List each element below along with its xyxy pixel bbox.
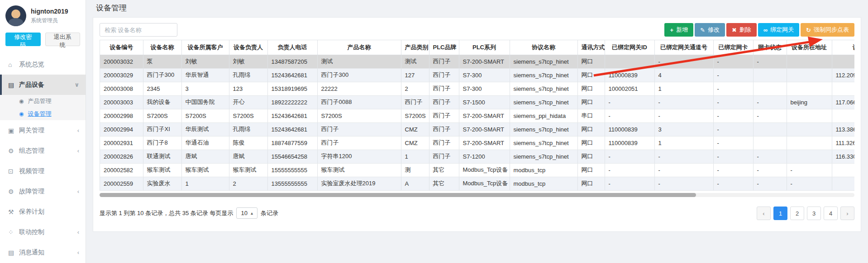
table-cell: 西门子300 [317, 68, 401, 82]
table-cell: 127 [401, 68, 429, 82]
table-cell: 200002931 [100, 136, 143, 150]
table-cell: 110000839 [605, 68, 654, 82]
sidebar-item-组态管理[interactable]: ⚙组态管理‹ [0, 141, 86, 161]
新增-button[interactable]: +新增 [664, 23, 693, 37]
button-label: 绑定网关 [770, 26, 794, 34]
table-cell: - [654, 109, 713, 122]
table-cell: 唐斌 [229, 150, 267, 163]
table-row[interactable]: 200003032泵刘敏刘敏13487587205测试测试西门子S7-200-S… [100, 55, 854, 68]
device-table-wrap: 设备编号设备名称设备所属客户设备负责人负责人电话产品名称产品类别PLC品牌PLC… [100, 40, 854, 191]
logout-button[interactable]: 退出系统 [45, 33, 81, 46]
submenu-item-label: 产品管理 [28, 97, 51, 105]
button-label: 修改 [708, 26, 720, 34]
page-size-dropdown[interactable]: 10 ▴ [236, 207, 258, 219]
gateway-icon: ▣ [8, 127, 19, 134]
table-cell: - [713, 177, 753, 190]
sidebar-item-视频管理[interactable]: ⊡视频管理 [0, 161, 86, 181]
table-cell: 200003029 [100, 68, 143, 82]
table-cell: siemens_ppi_hidata [510, 109, 577, 122]
search-input[interactable] [100, 23, 177, 37]
table-cell: 100002051 [605, 82, 654, 95]
table-row[interactable]: 200002994西门子XI华辰测试孔雨绵15243642681西门子CMZ西门… [100, 122, 854, 136]
table-cell: 200002559 [100, 177, 143, 190]
table-cell: S7200S [181, 109, 229, 122]
table-row[interactable]: 2000030082345312315318919695222222西门子S7-… [100, 82, 854, 95]
table-cell: - [713, 122, 753, 136]
table-cell: 3 [181, 82, 229, 95]
table-cell: 测试 [401, 55, 429, 68]
table-row[interactable]: 200002559实验废水1213555555555实验室废水处理2019A其它… [100, 177, 854, 190]
table-cell: 串口 [577, 109, 605, 122]
table-cell: 15243642681 [267, 122, 317, 136]
sidebar-item-label: 消息通知 [19, 249, 77, 257]
page-button-4[interactable]: 4 [824, 207, 838, 220]
table-cell: S7200S [317, 109, 401, 122]
table-cell: 西门子 [429, 95, 459, 109]
table-cell: siemens_s7tcp_hinet [510, 150, 577, 163]
绑定网关-button[interactable]: ∞绑定网关 [758, 23, 799, 37]
table-cell [753, 136, 787, 150]
删除-button[interactable]: ✖删除 [726, 23, 757, 37]
table-cell: 泵 [143, 55, 181, 68]
page-button-3[interactable]: 3 [807, 207, 821, 220]
table-cell: 3 [654, 122, 713, 136]
table-cell: modbus_tcp [510, 177, 577, 190]
sidebar-item-产品设备[interactable]: ▤产品设备∨ [0, 75, 86, 95]
submenu-item-产品管理[interactable]: ◉产品管理 [0, 95, 86, 108]
sidebar-item-label: 联动控制 [19, 228, 77, 236]
table-cell: 西门子 [401, 95, 429, 109]
change-password-button[interactable]: 修改密码 [5, 33, 41, 46]
table-cell: 猴车测试 [143, 163, 181, 177]
table-cell: 西门子 [429, 136, 459, 150]
table-cell [787, 122, 832, 136]
table-row[interactable]: 200003029西门子300华辰智通孔雨绵15243642681西门子3001… [100, 68, 854, 82]
table-cell [787, 109, 832, 122]
sidebar-item-故障管理[interactable]: ⚙故障管理‹ [0, 181, 86, 202]
page-button-2[interactable]: 2 [790, 207, 804, 220]
table-cell: S7200S [401, 109, 429, 122]
table-cell: 200002582 [100, 163, 143, 177]
prev-page-button[interactable]: ‹ [757, 207, 771, 220]
修改-button[interactable]: ✎修改 [695, 23, 725, 37]
table-cell: 西门子XI [143, 122, 181, 136]
table-cell: 网口 [577, 122, 605, 136]
column-header: 已绑定网卡 [713, 40, 753, 55]
table-cell: 联通测试 [143, 150, 181, 163]
page-button-1[interactable]: 1 [773, 207, 787, 220]
table-cell [753, 68, 787, 82]
sidebar-item-网关管理[interactable]: ▣网关管理‹ [0, 120, 86, 141]
table-cell: - [753, 150, 787, 163]
table-cell: 西门子0088 [317, 95, 401, 109]
table-cell: modbus_tcp [510, 163, 577, 177]
table-row[interactable]: 200003003我的设备中国国务院开心18922222222西门子0088西门… [100, 95, 854, 109]
table-row[interactable]: 200002931西门子8华通石油陈俊18874877559西门子CMZ西门子S… [100, 136, 854, 150]
page-title: 设备管理 [86, 0, 868, 16]
table-cell: S7-1200 [459, 150, 510, 163]
submenu-item-设备管理[interactable]: ◉设备管理 [0, 108, 86, 120]
table-cell: 2345 [143, 82, 181, 95]
next-page-button[interactable]: › [840, 207, 854, 220]
sidebar-item-系统总览[interactable]: ⌂系统总览 [0, 54, 86, 75]
table-cell [832, 82, 854, 95]
plus-icon: + [670, 27, 673, 33]
table-cell: - [654, 150, 713, 163]
table-cell: - [753, 55, 787, 68]
table-cell: 1 [654, 136, 713, 150]
gears-icon: ⚙ [8, 147, 19, 155]
table-row[interactable]: 200002998S7200SS7200SS7200S15243642681S7… [100, 109, 854, 122]
table-cell: 110000839 [605, 122, 654, 136]
强制同步点表-button[interactable]: ↻强制同步点表 [801, 23, 854, 37]
horizontal-scrollbar-thumb[interactable] [100, 193, 696, 197]
table-cell: 112.2093 [832, 68, 854, 82]
table-cell: Modbus_Tcp设备 [459, 163, 510, 177]
sidebar-item-消息通知[interactable]: ▤消息通知‹ [0, 242, 86, 263]
sidebar-item-label: 组态管理 [19, 147, 77, 155]
sidebar-item-联动控制[interactable]: ⁘联动控制‹ [0, 222, 86, 242]
table-cell: S7-200-SMART [459, 122, 510, 136]
table-cell: siemens_s7tcp_hinet [510, 136, 577, 150]
sidebar-item-保养计划[interactable]: ⚒保养计划 [0, 202, 86, 222]
column-header: 设备负责人 [229, 40, 267, 55]
table-row[interactable]: 200002582猴车测试猴车测试猴车测试15555555555猴车测试测其它M… [100, 163, 854, 177]
table-row[interactable]: 200002826联通测试唐斌唐斌15546654258字符串12001西门子S… [100, 150, 854, 163]
table-cell: 其它 [429, 177, 459, 190]
